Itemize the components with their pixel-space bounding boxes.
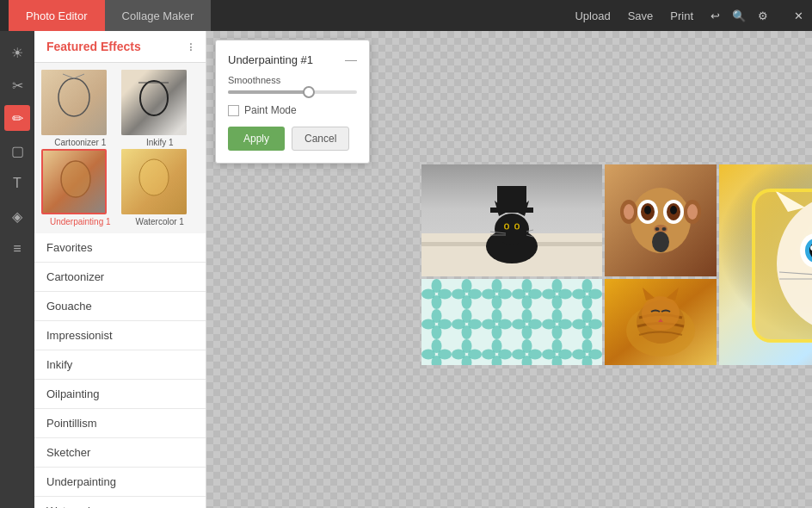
sidebar-item-favorites[interactable]: Favorites bbox=[34, 233, 206, 263]
smoothness-label: Smoothness bbox=[228, 75, 357, 85]
paint-mode-label: Paint Mode bbox=[244, 104, 297, 116]
svg-rect-1 bbox=[41, 70, 107, 135]
svg-point-24 bbox=[506, 225, 508, 229]
settings-icon[interactable]: ⚙ bbox=[758, 9, 768, 22]
save-button[interactable]: Save bbox=[628, 9, 654, 22]
header-icons: ↩ 🔍 ⚙ bbox=[710, 9, 768, 22]
svg-rect-21 bbox=[490, 208, 533, 213]
sidebar-item-pointillism[interactable]: Pointillism bbox=[34, 409, 206, 438]
effect-inkify1-label: Inkify 1 bbox=[121, 138, 200, 147]
svg-point-37 bbox=[670, 206, 677, 214]
effect-watercolor1[interactable]: Watercolor 1 bbox=[121, 149, 200, 226]
exposure-tool[interactable]: ☀ bbox=[4, 40, 30, 65]
effect-tool[interactable]: ◈ bbox=[4, 203, 30, 229]
crop-tool[interactable]: ✂ bbox=[4, 72, 30, 98]
print-button[interactable]: Print bbox=[670, 9, 693, 22]
popup-header: Underpainting #1 — bbox=[228, 53, 357, 66]
svg-point-40 bbox=[662, 227, 667, 231]
sidebar-list: Favorites Cartoonizer Gouache Impression… bbox=[34, 233, 206, 508]
text-tool[interactable]: T bbox=[4, 170, 30, 196]
sidebar-item-watercolor[interactable]: Watercolor bbox=[34, 497, 206, 508]
photo-collage bbox=[421, 164, 812, 365]
svg-point-39 bbox=[655, 227, 660, 231]
popup-title: Underpainting #1 bbox=[228, 53, 313, 66]
sidebar-item-gouache[interactable]: Gouache bbox=[34, 292, 206, 321]
header-actions: Upload Save Print ↩ 🔍 ⚙ ✕ bbox=[575, 9, 803, 22]
sidebar-item-impressionist[interactable]: Impressionist bbox=[34, 321, 206, 350]
svg-rect-20 bbox=[497, 186, 526, 210]
effect-underpainting1[interactable]: Underpainting 1 bbox=[41, 149, 120, 226]
effect-cartoonizer1[interactable]: Cartoonizer 1 bbox=[41, 70, 120, 147]
svg-point-75 bbox=[642, 296, 680, 331]
sidebar-item-inkify[interactable]: Inkify bbox=[34, 350, 206, 380]
tab-photo-editor[interactable]: Photo Editor bbox=[9, 0, 105, 31]
smoothness-slider-fill bbox=[228, 90, 305, 94]
sidebar-item-oilpainting[interactable]: Oilpainting bbox=[34, 380, 206, 409]
svg-point-17 bbox=[495, 214, 529, 245]
photo-pattern bbox=[421, 279, 602, 365]
layers-tool[interactable]: ≡ bbox=[4, 236, 30, 262]
title-bar: Photo Editor Collage Maker Upload Save P… bbox=[0, 0, 812, 31]
photo-monkey[interactable] bbox=[605, 164, 717, 276]
apply-button[interactable]: Apply bbox=[228, 127, 285, 151]
popup-close-icon[interactable]: — bbox=[345, 53, 357, 66]
sidebar-item-sketcher[interactable]: Sketcher bbox=[34, 438, 206, 468]
left-toolbar: ☀ ✂ ✏ ▢ T ◈ ≡ bbox=[0, 31, 34, 508]
svg-point-44 bbox=[624, 204, 634, 220]
effect-popup: Underpainting #1 — Smoothness Paint Mode… bbox=[215, 40, 370, 164]
svg-rect-6 bbox=[121, 70, 187, 135]
svg-point-25 bbox=[516, 225, 519, 229]
svg-point-10 bbox=[61, 161, 90, 197]
upload-button[interactable]: Upload bbox=[575, 9, 610, 22]
svg-point-41 bbox=[652, 232, 669, 252]
filter-icon[interactable]: ⫶ bbox=[188, 40, 194, 53]
tab-collage-maker[interactable]: Collage Maker bbox=[105, 0, 212, 31]
effects-grid: Cartoonizer 1 bbox=[34, 63, 206, 233]
paint-mode-checkbox[interactable] bbox=[228, 105, 239, 116]
sidebar-item-cartoonizer[interactable]: Cartoonizer bbox=[34, 263, 206, 292]
panel-header: Featured Effects ⫶ bbox=[34, 31, 206, 63]
undo-icon[interactable]: ↩ bbox=[710, 9, 720, 22]
svg-point-12 bbox=[139, 159, 169, 195]
search-icon[interactable]: 🔍 bbox=[732, 9, 746, 22]
svg-point-45 bbox=[687, 204, 698, 220]
photo-cat-hat[interactable] bbox=[421, 164, 602, 276]
sidebar-item-underpainting[interactable]: Underpainting bbox=[34, 468, 206, 497]
effect-cartoonizer1-label: Cartoonizer 1 bbox=[41, 138, 120, 147]
photo-bread-cat[interactable] bbox=[719, 164, 812, 365]
effect-watercolor1-label: Watercolor 1 bbox=[121, 217, 200, 226]
popup-buttons: Apply Cancel bbox=[228, 127, 357, 151]
paint-mode-checkbox-row: Paint Mode bbox=[228, 104, 357, 116]
cancel-button[interactable]: Cancel bbox=[292, 127, 349, 151]
close-button[interactable]: ✕ bbox=[794, 9, 803, 22]
svg-point-36 bbox=[644, 206, 651, 214]
main-layout: ☀ ✂ ✏ ▢ T ◈ ≡ Featured Effects ⫶ bbox=[0, 31, 812, 508]
smoothness-slider-thumb[interactable] bbox=[303, 86, 315, 98]
svg-rect-71 bbox=[421, 279, 602, 365]
tabs: Photo Editor Collage Maker bbox=[9, 0, 211, 31]
effect-inkify1[interactable]: Inkify 1 bbox=[121, 70, 200, 147]
shape-tool[interactable]: ▢ bbox=[4, 138, 30, 164]
effect-underpainting1-label: Underpainting 1 bbox=[41, 217, 120, 226]
side-panel: Featured Effects ⫶ bbox=[34, 31, 206, 508]
panel-title: Featured Effects bbox=[46, 40, 141, 53]
main-content: Underpainting #1 — Smoothness Paint Mode… bbox=[206, 31, 812, 508]
photo-tabby[interactable] bbox=[605, 279, 717, 365]
smoothness-slider-track bbox=[228, 90, 357, 94]
draw-tool[interactable]: ✏ bbox=[4, 105, 30, 131]
